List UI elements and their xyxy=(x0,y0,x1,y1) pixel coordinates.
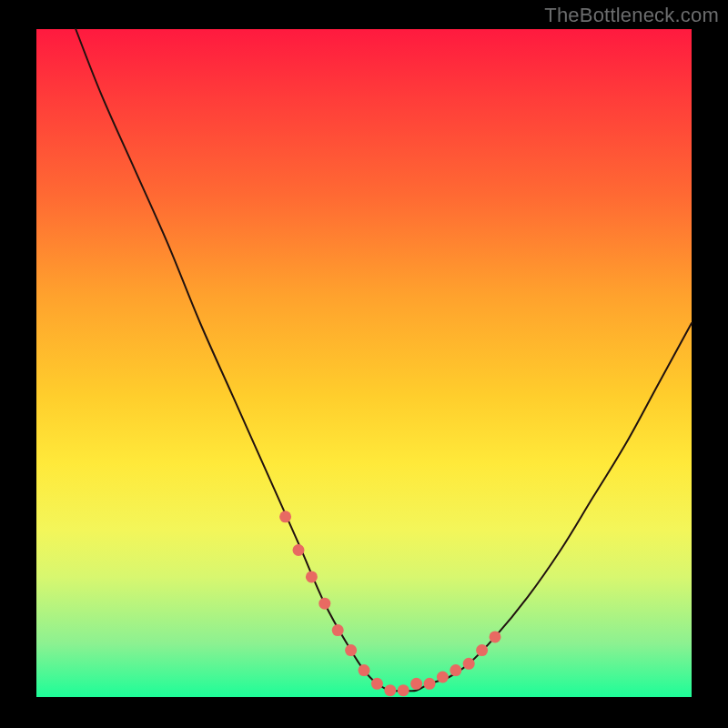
highlight-dot xyxy=(424,678,436,690)
highlight-dot xyxy=(410,678,422,690)
highlight-dot xyxy=(450,664,461,676)
highlight-dot xyxy=(490,631,501,642)
highlight-dot xyxy=(345,644,357,656)
curve-svg xyxy=(36,29,692,697)
bottleneck-curve xyxy=(76,29,692,691)
highlight-dot xyxy=(318,598,330,610)
highlight-dots xyxy=(279,511,500,696)
highlight-dot xyxy=(359,664,370,676)
highlight-dot xyxy=(332,624,344,636)
chart-frame: TheBottleneck.com xyxy=(0,0,728,728)
highlight-dot xyxy=(476,644,488,656)
highlight-dot xyxy=(463,658,475,670)
plot-area xyxy=(36,29,692,697)
highlight-dot xyxy=(398,684,410,696)
watermark-text: TheBottleneck.com xyxy=(544,4,719,27)
highlight-dot xyxy=(371,678,383,690)
highlight-dot xyxy=(437,672,449,683)
highlight-dot xyxy=(306,571,318,582)
highlight-dot xyxy=(293,544,305,556)
highlight-dot xyxy=(384,684,396,696)
highlight-dot xyxy=(279,511,291,522)
